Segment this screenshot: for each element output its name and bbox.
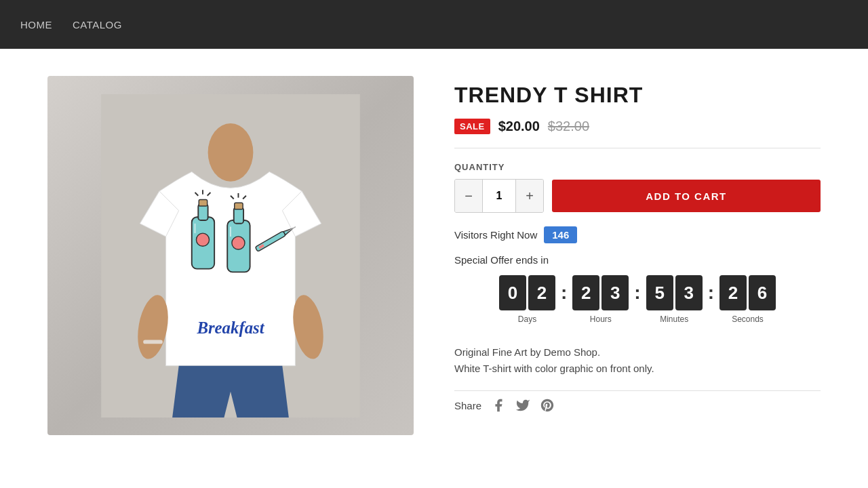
countdown-hours-digit-2: 3	[601, 275, 629, 310]
svg-point-5	[196, 233, 209, 246]
add-to-cart-button[interactable]: ADD TO CART	[552, 180, 821, 212]
countdown-seconds-label: Seconds	[732, 314, 764, 324]
product-title: TRENDY T SHIRT	[454, 83, 821, 108]
countdown-hours-unit: 2 3 Hours	[572, 275, 629, 324]
tshirt-scene: Breakfast	[47, 76, 414, 435]
countdown-minutes-label: Minutes	[660, 314, 688, 324]
countdown-minutes-digit-2: 3	[675, 275, 703, 310]
countdown-days-label: Days	[518, 314, 536, 324]
navigation-bar: HOME CATALOG	[0, 0, 868, 49]
current-price: $20.00	[498, 119, 540, 134]
visitors-label: Visitors Right Now	[454, 229, 537, 241]
svg-rect-25	[143, 340, 163, 344]
quantity-input[interactable]	[482, 180, 516, 212]
description-line-1: Original Fine Art by Demo Shop.	[454, 344, 821, 361]
countdown-seconds-unit: 2 6 Seconds	[719, 275, 776, 324]
countdown-hours-digits: 2 3	[572, 275, 629, 310]
twitter-share-icon[interactable]	[515, 398, 530, 413]
countdown-minutes-digit-1: 5	[646, 275, 673, 310]
sale-badge: SALE	[454, 119, 490, 134]
description-line-2: White T-shirt with color graphic on fron…	[454, 361, 821, 377]
price-row: SALE $20.00 $32.00	[454, 119, 821, 134]
nav-catalog[interactable]: CATALOG	[73, 19, 122, 30]
pinterest-share-icon[interactable]	[540, 398, 555, 413]
svg-text:Breakfast: Breakfast	[196, 318, 264, 336]
facebook-share-icon[interactable]	[491, 398, 506, 413]
svg-point-1	[208, 123, 254, 181]
page-content: Breakfast TRENDY T SHIRT SALE $20.00 $32…	[27, 49, 841, 462]
svg-rect-4	[199, 199, 207, 206]
quantity-increase-button[interactable]: +	[516, 180, 543, 212]
quantity-cart-row: − + ADD TO CART	[454, 179, 821, 213]
separator-1: :	[558, 275, 570, 304]
product-image: Breakfast	[47, 76, 414, 435]
separator-3: :	[705, 275, 717, 304]
divider-top	[454, 148, 821, 148]
countdown-minutes-unit: 5 3 Minutes	[646, 275, 703, 324]
countdown-seconds-digits: 2 6	[719, 275, 776, 310]
separator-2: :	[631, 275, 643, 304]
visitors-count-badge: 146	[544, 226, 577, 243]
product-image-container: Breakfast	[47, 76, 414, 435]
quantity-decrease-button[interactable]: −	[455, 180, 482, 212]
countdown-days-digit-1: 0	[499, 275, 526, 310]
countdown-days-unit: 0 2 Days	[499, 275, 555, 324]
svg-rect-12	[235, 203, 243, 209]
countdown-hours-digit-1: 2	[572, 275, 599, 310]
countdown-days-digits: 0 2	[499, 275, 555, 310]
countdown-hours-label: Hours	[590, 314, 612, 324]
quantity-label: QUANTITY	[454, 162, 821, 172]
nav-home[interactable]: HOME	[20, 19, 52, 30]
visitors-row: Visitors Right Now 146	[454, 226, 821, 243]
countdown-timer: 0 2 Days : 2 3 Hours : 5 3	[454, 275, 821, 324]
countdown-days-digit-2: 2	[528, 275, 555, 310]
product-description: Original Fine Art by Demo Shop. White T-…	[454, 344, 821, 377]
quantity-control: − +	[454, 179, 544, 213]
countdown-seconds-digit-2: 6	[749, 275, 776, 310]
offer-ends-label: Special Offer ends in	[454, 254, 821, 266]
share-label: Share	[454, 400, 481, 411]
svg-point-13	[232, 236, 245, 249]
original-price: $32.00	[548, 119, 589, 134]
countdown-minutes-digits: 5 3	[646, 275, 703, 310]
product-details: TRENDY T SHIRT SALE $20.00 $32.00 QUANTI…	[454, 76, 821, 413]
countdown-seconds-digit-1: 2	[719, 275, 747, 310]
share-row: Share	[454, 390, 821, 413]
svg-rect-3	[198, 204, 208, 220]
